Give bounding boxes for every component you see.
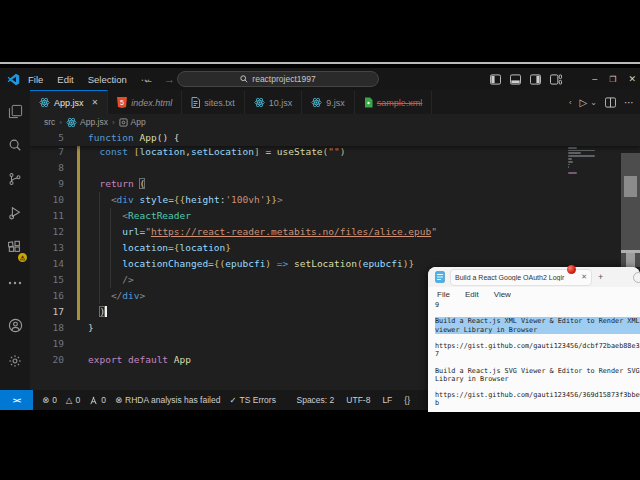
- xml-file-icon: [364, 97, 373, 108]
- status-item-spaces-2[interactable]: Spaces: 2: [296, 395, 334, 405]
- editor-more-actions-icon[interactable]: ⋯: [624, 97, 635, 108]
- scrollbar-thumb[interactable]: [624, 176, 637, 197]
- token: epubcfi: [363, 258, 403, 269]
- menubar: FileEditSelection⋯: [28, 74, 150, 85]
- tab-10-jsx[interactable]: 10.jsx: [245, 90, 303, 114]
- token: =: [260, 146, 277, 157]
- tab-label: sample.xml: [377, 98, 423, 108]
- source-control-icon[interactable]: [0, 166, 30, 192]
- tab-sample-xml[interactable]: sample.xml: [355, 90, 433, 114]
- scrollbar-piece: [626, 253, 635, 267]
- code-line-7[interactable]: 7const [location,setLocation] = useState…: [30, 144, 640, 160]
- tab-9-jsx[interactable]: 9.jsx: [302, 90, 355, 114]
- error-icon: ⊗: [115, 395, 122, 405]
- status-item-0[interactable]: ⊗0: [42, 395, 57, 405]
- breadcrumb-item-app[interactable]: App: [119, 117, 146, 127]
- tab-index-html[interactable]: 5index.html: [108, 90, 182, 114]
- status-item-ts-errors[interactable]: ✓TS Errors: [229, 395, 276, 405]
- token: location: [180, 242, 226, 253]
- settings-gear-icon[interactable]: [0, 348, 30, 374]
- tab-close-icon[interactable]: ✕: [92, 98, 99, 107]
- react-icon: [311, 97, 322, 108]
- notepad-line: [435, 309, 640, 317]
- background-window-scrollbar[interactable]: [621, 153, 640, 267]
- token: location: [140, 146, 186, 157]
- svg-text:5: 5: [120, 99, 124, 106]
- status-item-lf[interactable]: LF: [382, 395, 392, 405]
- menu-file[interactable]: File: [28, 74, 43, 85]
- search-icon: [240, 75, 248, 83]
- search-icon[interactable]: [0, 132, 30, 158]
- account-icon[interactable]: [0, 312, 30, 338]
- status-item-0[interactable]: 0: [89, 395, 106, 405]
- token: }: [225, 242, 231, 253]
- line-number: 13: [30, 240, 64, 256]
- notepad-tab-close-icon[interactable]: ✕: [581, 273, 587, 281]
- notepad-text-area[interactable]: 9Build a React.js XML Viewer & Editor to…: [428, 301, 640, 412]
- tab-label: App.jsx: [54, 98, 84, 108]
- run-button[interactable]: ▷: [580, 97, 588, 108]
- nav-forward-icon[interactable]: →: [164, 73, 175, 85]
- notepad-menu-file[interactable]: File: [437, 290, 450, 299]
- token: div: [122, 290, 139, 301]
- extensions-icon[interactable]: ⚠: [0, 234, 30, 260]
- notepad-settings-icon[interactable]: [633, 272, 640, 283]
- run-debug-icon[interactable]: [0, 200, 30, 226]
- editor-tabbar: App.jsx✕5index.htmlsites.txt10.jsx9.jsxs…: [30, 90, 640, 114]
- notepad-line: Build a React.js SVG Viewer & Editor to …: [435, 367, 640, 375]
- layout-controls: [490, 68, 562, 90]
- code-line-5[interactable]: 5function App() {: [30, 130, 640, 146]
- minimize-button[interactable]: –: [592, 74, 597, 84]
- tab-scroll-indicator: ‹: [569, 98, 572, 107]
- minimap-line: [568, 161, 573, 163]
- breadcrumb-item-app-jsx[interactable]: App.jsx: [66, 117, 108, 128]
- code-line-12[interactable]: 12url="https://react-reader.metabits.no/…: [30, 224, 640, 240]
- token: "": [328, 146, 339, 157]
- split-editor-icon[interactable]: [605, 97, 616, 108]
- tab-app-jsx[interactable]: App.jsx✕: [30, 90, 108, 114]
- command-center-search[interactable]: reactproject1997: [177, 71, 379, 87]
- code-line-11[interactable]: 11<ReactReader: [30, 208, 640, 224]
- tab-label: 9.jsx: [326, 98, 345, 108]
- explorer-icon[interactable]: [0, 98, 30, 124]
- toggle-secondary-sidebar-icon[interactable]: [530, 74, 541, 85]
- remote-indicator[interactable]: ><: [0, 390, 33, 410]
- check-icon: ✓: [229, 395, 236, 405]
- menu-edit[interactable]: Edit: [57, 74, 73, 85]
- token: (: [139, 178, 145, 189]
- notepad-new-tab-button[interactable]: +: [598, 272, 603, 282]
- tab-sites-txt[interactable]: sites.txt: [182, 90, 245, 114]
- code-line-10[interactable]: 10<div style={{height:'100vh'}}>: [30, 192, 640, 208]
- restore-button[interactable]: ❐: [609, 75, 616, 84]
- run-dropdown-icon[interactable]: ⌄: [590, 98, 597, 107]
- toggle-panel-icon[interactable]: [510, 74, 521, 85]
- line-number: 16: [30, 288, 64, 304]
- editor-actions: ‹ ▷ ⌄ ⋯: [569, 90, 635, 114]
- code-line-8[interactable]: 8: [30, 160, 640, 176]
- customize-layout-icon[interactable]: [550, 74, 562, 85]
- close-button[interactable]: ✕: [628, 74, 636, 84]
- breadcrumb-item-src[interactable]: src: [44, 117, 55, 127]
- line-number: 12: [30, 224, 64, 240]
- more-icon[interactable]: [0, 270, 30, 296]
- notepad-tab-title: Build a React Google OAuth2 Logir: [455, 274, 578, 281]
- sticky-scroll-line[interactable]: 5function App() {: [30, 130, 640, 146]
- token: locationChanged: [122, 258, 208, 269]
- notepad-menu-view[interactable]: View: [494, 290, 511, 299]
- extensions-warning-badge: ⚠: [18, 253, 27, 262]
- token: App: [139, 132, 156, 143]
- status-item-0[interactable]: △0: [66, 395, 80, 405]
- status-item-utf-8[interactable]: UTF-8: [346, 395, 370, 405]
- toggle-sidebar-icon[interactable]: [490, 74, 501, 85]
- menu-selection[interactable]: Selection: [88, 74, 127, 85]
- notepad-selected-line: Build a React.js XML Viewer & Editor to …: [435, 317, 640, 325]
- token: {{: [174, 194, 185, 205]
- status-item--[interactable]: {}: [404, 395, 410, 405]
- nav-back-icon[interactable]: ←: [143, 73, 154, 85]
- code-line-9[interactable]: 9return (: [30, 176, 640, 192]
- code-line-13[interactable]: 13location={location}: [30, 240, 640, 256]
- tab-label: 10.jsx: [269, 98, 293, 108]
- status-item-rhda-analysis-has-failed[interactable]: ⊗RHDA analysis has failed: [115, 395, 221, 405]
- notepad-menu-edit[interactable]: Edit: [465, 290, 479, 299]
- token: />: [122, 274, 133, 285]
